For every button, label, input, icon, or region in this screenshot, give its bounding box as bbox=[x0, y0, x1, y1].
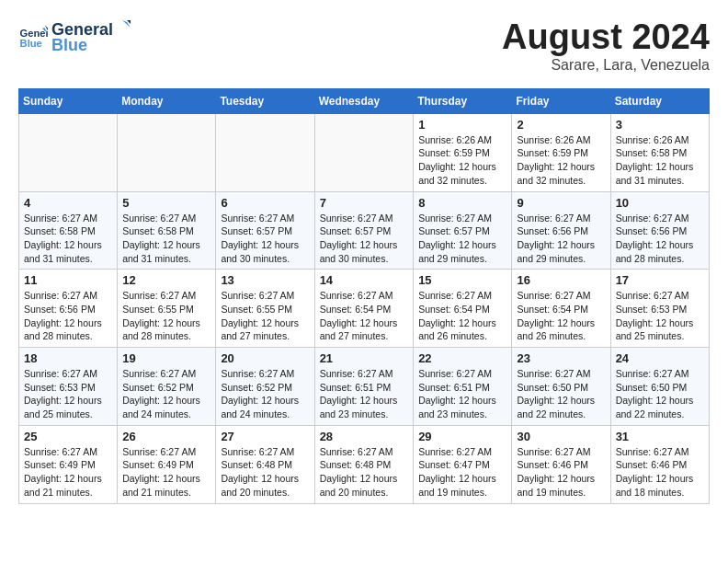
calendar-cell: 2Sunrise: 6:26 AM Sunset: 6:59 PM Daylig… bbox=[512, 113, 610, 191]
day-number: 22 bbox=[418, 351, 506, 365]
day-number: 21 bbox=[320, 351, 409, 365]
calendar-cell: 20Sunrise: 6:27 AM Sunset: 6:52 PM Dayli… bbox=[216, 348, 314, 426]
day-info: Sunrise: 6:27 AM Sunset: 6:50 PM Dayligh… bbox=[616, 367, 704, 421]
day-info: Sunrise: 6:27 AM Sunset: 6:54 PM Dayligh… bbox=[517, 289, 605, 343]
day-number: 26 bbox=[122, 430, 210, 443]
calendar-header-saturday: Saturday bbox=[610, 88, 709, 113]
month-title: August 2024 bbox=[502, 18, 710, 57]
day-info: Sunrise: 6:27 AM Sunset: 6:48 PM Dayligh… bbox=[221, 445, 309, 500]
day-number: 30 bbox=[517, 430, 605, 443]
day-number: 8 bbox=[418, 196, 506, 210]
calendar-cell: 12Sunrise: 6:27 AM Sunset: 6:55 PM Dayli… bbox=[118, 270, 216, 348]
calendar-cell: 15Sunrise: 6:27 AM Sunset: 6:54 PM Dayli… bbox=[414, 270, 512, 348]
calendar-header-sunday: Sunday bbox=[19, 88, 118, 113]
calendar-table: SundayMondayTuesdayWednesdayThursdayFrid… bbox=[18, 88, 710, 504]
day-info: Sunrise: 6:27 AM Sunset: 6:51 PM Dayligh… bbox=[320, 367, 409, 421]
calendar-cell: 17Sunrise: 6:27 AM Sunset: 6:53 PM Dayli… bbox=[610, 270, 709, 348]
day-info: Sunrise: 6:27 AM Sunset: 6:53 PM Dayligh… bbox=[616, 289, 704, 343]
day-number: 12 bbox=[122, 273, 210, 287]
day-number: 6 bbox=[221, 196, 309, 210]
day-number: 24 bbox=[616, 351, 704, 365]
day-info: Sunrise: 6:27 AM Sunset: 6:57 PM Dayligh… bbox=[221, 212, 309, 266]
calendar-cell: 21Sunrise: 6:27 AM Sunset: 6:51 PM Dayli… bbox=[314, 348, 414, 426]
calendar-cell: 6Sunrise: 6:27 AM Sunset: 6:57 PM Daylig… bbox=[216, 191, 314, 270]
day-info: Sunrise: 6:27 AM Sunset: 6:46 PM Dayligh… bbox=[517, 445, 605, 500]
day-number: 7 bbox=[320, 196, 409, 210]
calendar-header-friday: Friday bbox=[512, 88, 610, 113]
day-info: Sunrise: 6:27 AM Sunset: 6:52 PM Dayligh… bbox=[221, 367, 309, 421]
calendar-week-row: 25Sunrise: 6:27 AM Sunset: 6:49 PM Dayli… bbox=[19, 425, 710, 503]
day-number: 2 bbox=[517, 118, 605, 132]
day-info: Sunrise: 6:26 AM Sunset: 6:58 PM Dayligh… bbox=[616, 133, 704, 188]
calendar-cell: 19Sunrise: 6:27 AM Sunset: 6:52 PM Dayli… bbox=[118, 348, 216, 426]
calendar-header-row: SundayMondayTuesdayWednesdayThursdayFrid… bbox=[19, 88, 710, 113]
day-info: Sunrise: 6:27 AM Sunset: 6:57 PM Dayligh… bbox=[320, 212, 409, 266]
day-number: 31 bbox=[616, 430, 704, 443]
calendar-week-row: 11Sunrise: 6:27 AM Sunset: 6:56 PM Dayli… bbox=[19, 270, 710, 348]
logo: General Blue General Blue bbox=[18, 18, 131, 55]
calendar-header-monday: Monday bbox=[118, 88, 216, 113]
page-header: General Blue General Blue August 2024 Sa… bbox=[18, 18, 710, 74]
calendar-week-row: 4Sunrise: 6:27 AM Sunset: 6:58 PM Daylig… bbox=[19, 191, 710, 270]
calendar-cell: 4Sunrise: 6:27 AM Sunset: 6:58 PM Daylig… bbox=[19, 191, 118, 270]
calendar-cell: 31Sunrise: 6:27 AM Sunset: 6:46 PM Dayli… bbox=[610, 425, 709, 503]
day-info: Sunrise: 6:27 AM Sunset: 6:49 PM Dayligh… bbox=[24, 445, 112, 500]
calendar-header-thursday: Thursday bbox=[414, 88, 512, 113]
day-info: Sunrise: 6:27 AM Sunset: 6:56 PM Dayligh… bbox=[616, 212, 704, 266]
calendar-cell: 24Sunrise: 6:27 AM Sunset: 6:50 PM Dayli… bbox=[610, 348, 709, 426]
calendar-cell: 30Sunrise: 6:27 AM Sunset: 6:46 PM Dayli… bbox=[512, 425, 610, 503]
calendar-cell bbox=[118, 113, 216, 191]
day-info: Sunrise: 6:27 AM Sunset: 6:50 PM Dayligh… bbox=[517, 367, 605, 421]
calendar-header-tuesday: Tuesday bbox=[216, 88, 314, 113]
day-info: Sunrise: 6:27 AM Sunset: 6:56 PM Dayligh… bbox=[24, 289, 112, 343]
svg-text:Blue: Blue bbox=[20, 38, 42, 49]
day-number: 10 bbox=[616, 196, 704, 210]
day-number: 4 bbox=[24, 196, 112, 210]
calendar-cell bbox=[216, 113, 314, 191]
day-number: 28 bbox=[320, 430, 409, 443]
calendar-week-row: 1Sunrise: 6:26 AM Sunset: 6:59 PM Daylig… bbox=[19, 113, 710, 191]
logo-bird bbox=[114, 18, 131, 35]
calendar-cell: 22Sunrise: 6:27 AM Sunset: 6:51 PM Dayli… bbox=[414, 348, 512, 426]
day-info: Sunrise: 6:27 AM Sunset: 6:57 PM Dayligh… bbox=[418, 212, 506, 266]
day-info: Sunrise: 6:26 AM Sunset: 6:59 PM Dayligh… bbox=[517, 133, 605, 188]
day-info: Sunrise: 6:27 AM Sunset: 6:58 PM Dayligh… bbox=[24, 212, 112, 266]
title-block: August 2024 Sarare, Lara, Venezuela bbox=[502, 18, 710, 74]
day-number: 9 bbox=[517, 196, 605, 210]
calendar-week-row: 18Sunrise: 6:27 AM Sunset: 6:53 PM Dayli… bbox=[19, 348, 710, 426]
day-number: 25 bbox=[24, 430, 112, 443]
day-number: 3 bbox=[616, 118, 704, 132]
day-info: Sunrise: 6:27 AM Sunset: 6:51 PM Dayligh… bbox=[418, 367, 506, 421]
calendar-cell: 5Sunrise: 6:27 AM Sunset: 6:58 PM Daylig… bbox=[118, 191, 216, 270]
logo-icon: General Blue bbox=[18, 22, 48, 52]
day-number: 16 bbox=[517, 273, 605, 287]
day-info: Sunrise: 6:27 AM Sunset: 6:55 PM Dayligh… bbox=[122, 289, 210, 343]
day-info: Sunrise: 6:27 AM Sunset: 6:55 PM Dayligh… bbox=[221, 289, 309, 343]
day-info: Sunrise: 6:27 AM Sunset: 6:54 PM Dayligh… bbox=[320, 289, 409, 343]
day-info: Sunrise: 6:27 AM Sunset: 6:49 PM Dayligh… bbox=[122, 445, 210, 500]
day-number: 18 bbox=[24, 351, 112, 365]
calendar-cell: 1Sunrise: 6:26 AM Sunset: 6:59 PM Daylig… bbox=[414, 113, 512, 191]
day-info: Sunrise: 6:27 AM Sunset: 6:54 PM Dayligh… bbox=[418, 289, 506, 343]
calendar-cell: 8Sunrise: 6:27 AM Sunset: 6:57 PM Daylig… bbox=[414, 191, 512, 270]
calendar-cell bbox=[314, 113, 414, 191]
day-number: 20 bbox=[221, 351, 309, 365]
day-number: 5 bbox=[122, 196, 210, 210]
calendar-cell bbox=[19, 113, 118, 191]
day-number: 11 bbox=[24, 273, 112, 287]
day-number: 23 bbox=[517, 351, 605, 365]
calendar-cell: 18Sunrise: 6:27 AM Sunset: 6:53 PM Dayli… bbox=[19, 348, 118, 426]
calendar-cell: 3Sunrise: 6:26 AM Sunset: 6:58 PM Daylig… bbox=[610, 113, 709, 191]
calendar-cell: 27Sunrise: 6:27 AM Sunset: 6:48 PM Dayli… bbox=[216, 425, 314, 503]
day-number: 29 bbox=[418, 430, 506, 443]
day-number: 1 bbox=[418, 118, 506, 132]
calendar-cell: 23Sunrise: 6:27 AM Sunset: 6:50 PM Dayli… bbox=[512, 348, 610, 426]
calendar-cell: 14Sunrise: 6:27 AM Sunset: 6:54 PM Dayli… bbox=[314, 270, 414, 348]
day-number: 19 bbox=[122, 351, 210, 365]
day-info: Sunrise: 6:27 AM Sunset: 6:52 PM Dayligh… bbox=[122, 367, 210, 421]
calendar-header-wednesday: Wednesday bbox=[314, 88, 414, 113]
day-info: Sunrise: 6:27 AM Sunset: 6:53 PM Dayligh… bbox=[24, 367, 112, 421]
calendar-cell: 11Sunrise: 6:27 AM Sunset: 6:56 PM Dayli… bbox=[19, 270, 118, 348]
calendar-cell: 13Sunrise: 6:27 AM Sunset: 6:55 PM Dayli… bbox=[216, 270, 314, 348]
day-info: Sunrise: 6:27 AM Sunset: 6:46 PM Dayligh… bbox=[616, 445, 704, 500]
